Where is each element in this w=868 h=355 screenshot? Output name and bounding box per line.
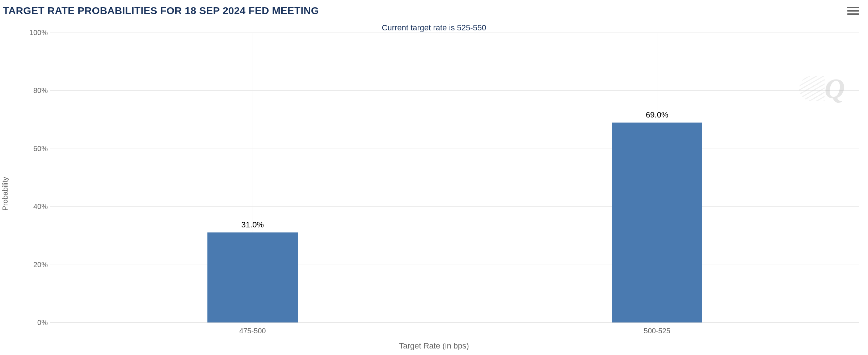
plot-area: 31.0%69.0% 475-500500-525 Q xyxy=(50,33,859,322)
chart-subtitle: Current target rate is 525-550 xyxy=(0,23,868,33)
y-axis-label: Probability xyxy=(1,177,9,210)
bar[interactable]: 69.0% xyxy=(612,123,702,322)
bar-value-label: 31.0% xyxy=(241,220,264,230)
y-tick-label: 20% xyxy=(33,260,48,269)
grid-line xyxy=(50,206,859,207)
x-tick-label: 500-525 xyxy=(644,327,670,335)
bar-value-label: 69.0% xyxy=(646,110,668,120)
grid-line xyxy=(50,149,859,149)
grid-line xyxy=(50,322,859,323)
grid-line xyxy=(50,265,859,265)
grid-line xyxy=(50,33,859,33)
x-axis-label: Target Rate (in bps) xyxy=(0,341,868,351)
y-tick-label: 60% xyxy=(33,144,48,153)
y-tick-label: 40% xyxy=(33,202,48,211)
chart-title: TARGET RATE PROBABILITIES FOR 18 SEP 202… xyxy=(0,5,319,17)
y-tick-label: 100% xyxy=(29,29,48,37)
grid-line xyxy=(50,90,859,91)
y-tick-label: 0% xyxy=(37,318,48,327)
hamburger-menu-icon[interactable] xyxy=(847,6,859,16)
watermark-logo: Q xyxy=(825,72,845,105)
chart-header: TARGET RATE PROBABILITIES FOR 18 SEP 202… xyxy=(0,0,868,22)
bar[interactable]: 31.0% xyxy=(207,232,298,322)
chart-container: Probability 0%20%40%60%80%100% 31.0%69.0… xyxy=(0,33,868,355)
y-tick-label: 80% xyxy=(33,86,48,95)
x-tick-label: 475-500 xyxy=(239,327,266,335)
